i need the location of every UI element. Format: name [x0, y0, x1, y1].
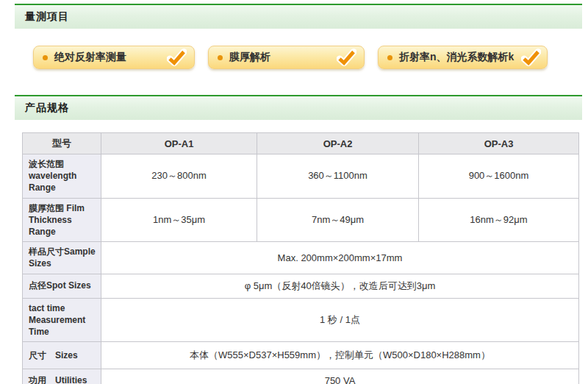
column-header-model: 型号: [23, 133, 101, 154]
feature-button-refractive-index[interactable]: 折射率n、消光系数解析k: [378, 46, 548, 69]
bullet-icon: [43, 55, 48, 60]
spec-table-header-row: 型号 OP-A1 OP-A2 OP-A3: [23, 133, 579, 154]
table-row-sample-sizes: 样品尺寸Sample Sizes Max. 200mm×200mm×17mm: [23, 242, 579, 274]
specs-section-header: 产品规格: [15, 95, 582, 120]
column-header-op-a3: OP-A3: [419, 133, 579, 154]
spec-table-container: 型号 OP-A1 OP-A2 OP-A3 波长范围 wavelength Ran…: [22, 132, 588, 384]
specs-section-title: 产品规格: [25, 102, 69, 113]
cell-value: 1 秒 / 1点: [101, 298, 579, 342]
table-row-utilities: 功用 Utilities 750 VA: [23, 369, 579, 384]
cell-value: 360～1100nm: [257, 154, 419, 199]
row-label: 功用 Utilities: [23, 369, 101, 384]
bullet-icon: [218, 55, 223, 60]
table-row-sizes: 尺寸 Sizes 本体（W555×D537×H559mm），控制单元（W500×…: [23, 342, 579, 369]
cell-value: 750 VA: [101, 369, 579, 384]
measurement-section-header: 量測項目: [15, 4, 582, 29]
table-row-spot-sizes: 点径Spot Sizes φ 5μm（反射40倍镜头），改造后可达到3μm: [23, 274, 579, 298]
row-label: 点径Spot Sizes: [23, 274, 101, 298]
feature-button-label: 膜厚解析: [229, 51, 329, 64]
column-header-op-a1: OP-A1: [101, 133, 257, 154]
feature-button-label: 绝对反射率测量: [54, 51, 159, 64]
cell-value: 本体（W555×D537×H559mm），控制单元（W500×D180×H288…: [101, 342, 579, 369]
table-row-film-thickness: 膜厚范围 Film Thickness Range 1nm～35μm 7nm～4…: [23, 198, 579, 242]
table-row-tact-time: tact time Measurement Time 1 秒 / 1点: [23, 298, 579, 342]
row-label: 波长范围 wavelength Range: [23, 154, 101, 199]
row-label: 样品尺寸Sample Sizes: [23, 242, 101, 274]
check-icon: [337, 49, 356, 66]
feature-button-row: 绝对反射率测量 膜厚解析 折射率n、消光系数解析k: [33, 46, 588, 69]
check-icon: [521, 49, 541, 66]
cell-value: Max. 200mm×200mm×17mm: [101, 242, 579, 274]
cell-value: 900～1600nm: [419, 154, 579, 199]
cell-value: 7nm～49μm: [257, 198, 419, 242]
spec-table: 型号 OP-A1 OP-A2 OP-A3 波长范围 wavelength Ran…: [22, 132, 579, 384]
column-header-op-a2: OP-A2: [257, 133, 419, 154]
feature-button-label: 折射率n、消光系数解析k: [399, 51, 514, 64]
check-icon: [167, 49, 187, 66]
row-label: tact time Measurement Time: [23, 298, 101, 342]
cell-value: 1nm～35μm: [101, 198, 257, 242]
cell-value: φ 5μm（反射40倍镜头），改造后可达到3μm: [101, 274, 579, 298]
cell-value: 16nm～92μm: [419, 198, 579, 242]
cell-value: 230～800nm: [101, 154, 257, 199]
table-row-wavelength: 波长范围 wavelength Range 230～800nm 360～1100…: [23, 154, 579, 199]
bullet-icon: [387, 55, 392, 60]
measurement-section-title: 量測項目: [25, 10, 69, 22]
row-label: 尺寸 Sizes: [23, 342, 101, 369]
page: 量測項目 绝对反射率测量 膜厚解析 折射率n、消光系数解析k: [0, 0, 588, 384]
row-label: 膜厚范围 Film Thickness Range: [23, 198, 101, 242]
feature-button-reflectance[interactable]: 绝对反射率测量: [33, 46, 195, 69]
feature-button-film-thickness[interactable]: 膜厚解析: [208, 46, 365, 69]
